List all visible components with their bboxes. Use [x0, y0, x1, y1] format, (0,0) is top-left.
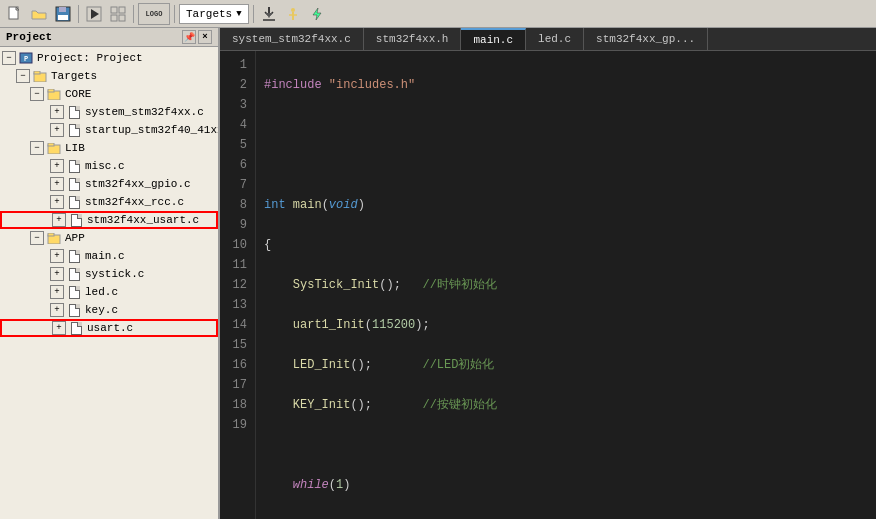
code-line-2: [264, 115, 868, 135]
tab-label-main: main.c: [473, 34, 513, 46]
tab-led[interactable]: led.c: [526, 28, 584, 50]
project-panel: Project 📌 × − P Project: Project −: [0, 28, 220, 519]
file-icon-4: [66, 177, 82, 191]
toolbar-sep-3: [174, 5, 175, 23]
tab-label-system-stm32: system_stm32f4xx.c: [232, 33, 351, 45]
file-toggle-9[interactable]: +: [50, 285, 64, 299]
tab-main[interactable]: main.c: [461, 28, 526, 50]
tab-label-stm32-gp: stm32f4xx_gp...: [596, 33, 695, 45]
file-label-startup: startup_stm32f40_41xxx.s: [85, 124, 218, 136]
svg-marker-12: [265, 13, 273, 17]
app-folder-icon: [46, 231, 62, 245]
file-icon-7: [66, 249, 82, 263]
tree-file-usart-lib[interactable]: + stm32f4xx_usart.c: [0, 211, 218, 229]
code-line-5: {: [264, 235, 868, 255]
tree-file-system-stm32[interactable]: + system_stm32f4xx.c: [0, 103, 218, 121]
tree-app[interactable]: − APP: [0, 229, 218, 247]
panel-header: Project 📌 ×: [0, 28, 218, 47]
tree-file-gpio[interactable]: + stm32f4xx_gpio.c: [0, 175, 218, 193]
toolbar-btn-debug[interactable]: [282, 3, 304, 25]
tree-targets[interactable]: − Targets: [0, 67, 218, 85]
panel-pin-icon[interactable]: 📌: [182, 30, 196, 44]
file-icon-9: [66, 285, 82, 299]
core-toggle[interactable]: −: [30, 87, 44, 101]
editor-panel: system_stm32f4xx.c stm32f4xx.h main.c le…: [220, 28, 876, 519]
file-label-systick: systick.c: [85, 268, 216, 280]
main-area: Project 📌 × − P Project: Project −: [0, 28, 876, 519]
code-area[interactable]: 1 2 3 4 5 6 7 8 9 10 11 12 13 14 15 16 1…: [220, 51, 876, 519]
tree-file-misc[interactable]: + misc.c: [0, 157, 218, 175]
file-toggle-4[interactable]: +: [50, 177, 64, 191]
tree-file-startup[interactable]: + startup_stm32f40_41xxx.s: [0, 121, 218, 139]
panel-close-icon[interactable]: ×: [198, 30, 212, 44]
tab-system-stm32[interactable]: system_stm32f4xx.c: [220, 28, 364, 50]
tree-file-systick[interactable]: + systick.c: [0, 265, 218, 283]
file-toggle-11[interactable]: +: [52, 321, 66, 335]
target-dropdown-icon: ▼: [236, 9, 241, 19]
tree-root[interactable]: − P Project: Project: [0, 49, 218, 67]
line-numbers: 1 2 3 4 5 6 7 8 9 10 11 12 13 14 15 16 1…: [220, 51, 256, 519]
tree-file-main[interactable]: + main.c: [0, 247, 218, 265]
toolbar-btn-save[interactable]: [52, 3, 74, 25]
tab-stm32-gp[interactable]: stm32f4xx_gp...: [584, 28, 708, 50]
tree-file-usart-app[interactable]: + usart.c: [0, 319, 218, 337]
file-icon-3: [66, 159, 82, 173]
app-toggle[interactable]: −: [30, 231, 44, 245]
svg-rect-7: [119, 7, 125, 13]
tree-root-label: Project: Project: [37, 52, 216, 64]
root-toggle[interactable]: −: [2, 51, 16, 65]
file-label-usart-app: usart.c: [87, 322, 216, 334]
code-line-9: KEY_Init(); //按键初始化: [264, 395, 868, 415]
lib-label: LIB: [65, 142, 216, 154]
tab-label-led: led.c: [538, 33, 571, 45]
editor-tabs: system_stm32f4xx.c stm32f4xx.h main.c le…: [220, 28, 876, 51]
toolbar-sep-1: [78, 5, 79, 23]
targets-toggle[interactable]: −: [16, 69, 30, 83]
lib-toggle[interactable]: −: [30, 141, 44, 155]
code-line-10: [264, 435, 868, 455]
file-label-main: main.c: [85, 250, 216, 262]
toolbar-btn-new[interactable]: [4, 3, 26, 25]
file-toggle-8[interactable]: +: [50, 267, 64, 281]
panel-title: Project: [6, 31, 52, 43]
file-label-usart-lib: stm32f4xx_usart.c: [87, 214, 216, 226]
toolbar-btn-download[interactable]: [258, 3, 280, 25]
tree-file-rcc[interactable]: + stm32f4xx_rcc.c: [0, 193, 218, 211]
file-label-led: led.c: [85, 286, 216, 298]
toolbar-btn-build[interactable]: [83, 3, 105, 25]
toolbar-btn-flash[interactable]: [306, 3, 328, 25]
toolbar-btn-open[interactable]: [28, 3, 50, 25]
file-toggle-2[interactable]: +: [50, 123, 64, 137]
code-line-6: SysTick_Init(); //时钟初始化: [264, 275, 868, 295]
file-toggle-10[interactable]: +: [50, 303, 64, 317]
svg-rect-6: [111, 7, 117, 13]
file-toggle-3[interactable]: +: [50, 159, 64, 173]
file-toggle-5[interactable]: +: [50, 195, 64, 209]
svg-rect-25: [48, 143, 54, 146]
tree-file-key[interactable]: + key.c: [0, 301, 218, 319]
file-icon-8: [66, 267, 82, 281]
svg-rect-21: [34, 71, 40, 74]
lib-folder-icon: [46, 141, 62, 155]
root-icon: P: [18, 51, 34, 65]
core-folder-icon: [46, 87, 62, 101]
svg-rect-2: [59, 7, 66, 12]
file-toggle-7[interactable]: +: [50, 249, 64, 263]
toolbar-btn-rebuild[interactable]: [107, 3, 129, 25]
code-line-7: uart1_Init(115200);: [264, 315, 868, 335]
file-toggle-6[interactable]: +: [52, 213, 66, 227]
tree-core[interactable]: − CORE: [0, 85, 218, 103]
svg-rect-3: [58, 15, 68, 20]
tab-label-stm32h: stm32f4xx.h: [376, 33, 449, 45]
file-label-system-stm32: system_stm32f4xx.c: [85, 106, 216, 118]
code-line-8: LED_Init(); //LED初始化: [264, 355, 868, 375]
code-line-1: #include "includes.h": [264, 75, 868, 95]
file-icon-5: [66, 195, 82, 209]
code-line-3: [264, 155, 868, 175]
target-selector[interactable]: Targets ▼: [179, 4, 249, 24]
tree-lib[interactable]: − LIB: [0, 139, 218, 157]
svg-rect-23: [48, 89, 54, 92]
file-toggle-1[interactable]: +: [50, 105, 64, 119]
tree-file-led[interactable]: + led.c: [0, 283, 218, 301]
tab-stm32h[interactable]: stm32f4xx.h: [364, 28, 462, 50]
